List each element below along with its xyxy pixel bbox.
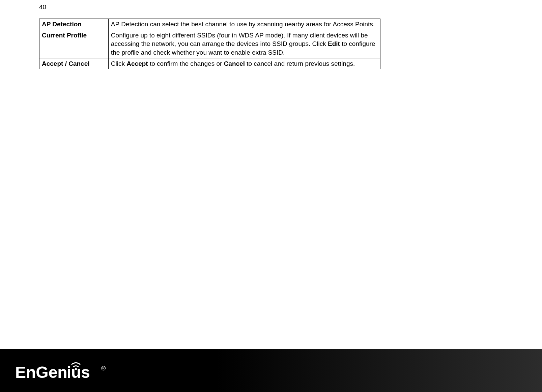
trademark-icon: ® [101,365,106,372]
term-cell: Current Profile [39,30,109,58]
page-number: 40 [39,3,46,11]
desc-cell: Click Accept to confirm the changes or C… [108,58,380,69]
desc-cell: Configure up to eight different SSIDs (f… [108,30,380,58]
table-row: Current Profile Configure up to eight di… [39,30,380,58]
table-row: Accept / Cancel Click Accept to confirm … [39,58,380,69]
term-cell: AP Detection [39,19,109,30]
desc-cell: AP Detection can select the best channel… [108,19,380,30]
table-row: AP Detection AP Detection can select the… [39,19,380,30]
footer-band: EnGenius ® [0,349,542,392]
settings-table: AP Detection AP Detection can select the… [39,19,380,69]
term-cell: Accept / Cancel [39,58,109,69]
brand-logo: EnGenius ® [15,358,116,382]
brand-text: EnGenius [15,363,90,381]
